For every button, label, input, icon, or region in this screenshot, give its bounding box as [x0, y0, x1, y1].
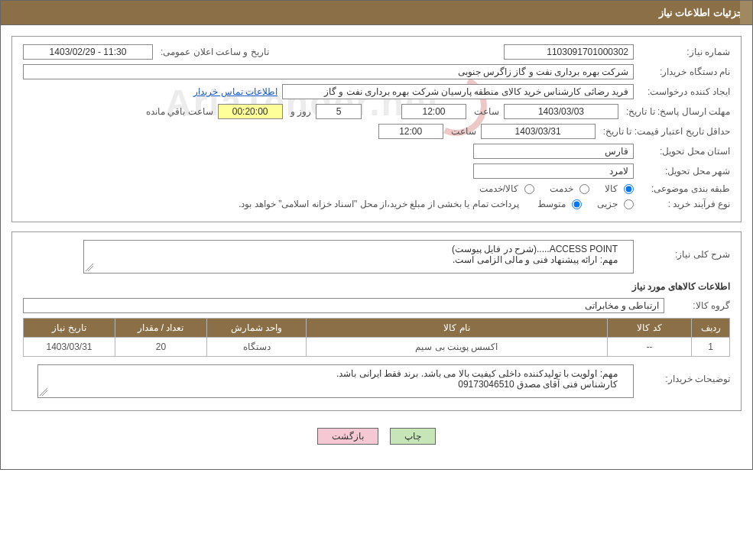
classification-opt-goods: کالا — [605, 183, 618, 194]
price-validity-label: حداقل تاریخ اعتبار قیمت: تا تاریخ: — [600, 126, 730, 137]
deadline-label: مهلت ارسال پاسخ: تا تاریخ: — [623, 106, 730, 117]
classification-opt-service: خدمت — [550, 183, 573, 194]
buyer-device-value: شرکت بهره برداری نفت و گاز زاگرس جنوبی — [23, 64, 634, 79]
items-panel: شرح کلی نیاز: ACCESS POINT.....(شرح در ف… — [11, 231, 742, 411]
th-qty: تعداد / مقدار — [115, 319, 207, 338]
table-header-row: ردیف کد کالا نام کالا واحد شمارش تعداد /… — [24, 319, 730, 338]
cell-unit: دستگاه — [207, 338, 307, 357]
panel-title: جزئیات اطلاعات نیاز — [659, 7, 743, 18]
classification-radio-service[interactable] — [579, 184, 589, 194]
classification-opt-both: کالا/خدمت — [479, 183, 518, 194]
province-value: فارس — [473, 144, 634, 159]
cell-idx: 1 — [692, 338, 730, 357]
city-label: شهر محل تحویل: — [638, 166, 730, 176]
goods-group-label: گروه کالا: — [669, 300, 730, 311]
deadline-days: 5 — [316, 104, 362, 119]
buyer-contact-link[interactable]: اطلاعات تماس خریدار — [193, 86, 278, 97]
classification-radio-both[interactable] — [524, 184, 534, 194]
cell-code: -- — [608, 338, 692, 357]
announce-value: 1403/02/29 - 11:30 — [23, 44, 153, 60]
print-button[interactable]: چاپ — [390, 428, 436, 445]
cell-item-name: اکسس پوینت بی سیم — [307, 338, 608, 357]
deadline-date: 1403/03/03 — [504, 104, 618, 119]
announce-label: تاریخ و ساعت اعلان عمومی: — [157, 47, 269, 57]
cell-date: 1403/03/31 — [24, 338, 115, 357]
items-section-title: اطلاعات کالاهای مورد نیاز — [23, 281, 730, 292]
items-table: ردیف کد کالا نام کالا واحد شمارش تعداد /… — [23, 318, 730, 357]
deadline-remaining: 00:20:00 — [218, 104, 283, 119]
requester-label: ایجاد کننده درخواست: — [638, 86, 730, 97]
deadline-remaining-label: ساعت باقي مانده — [143, 106, 213, 117]
purchase-type-radio-minor[interactable] — [624, 199, 634, 209]
goods-group-value: ارتباطی و مخابراتی — [23, 298, 664, 313]
need-number-value: 1103091701000302 — [504, 44, 634, 60]
panel-header: جزئیات اطلاعات نیاز — [1, 1, 752, 25]
price-validity-time: 12:00 — [378, 124, 443, 139]
price-validity-date: 1403/03/31 — [481, 124, 596, 139]
deadline-time-label: ساعت — [471, 106, 499, 117]
th-name: نام کالا — [307, 319, 608, 338]
deadline-days-label: روز و — [287, 106, 311, 117]
cell-qty: 20 — [115, 338, 207, 357]
need-number-label: شماره نیاز: — [638, 47, 730, 57]
buyer-device-label: نام دستگاه خریدار: — [638, 66, 730, 77]
requester-value: فرید رضائی کارشناس خرید کالای منطقه پارس… — [282, 84, 634, 99]
purchase-type-opt-minor: جزیی — [597, 199, 618, 209]
purchase-type-radio-medium[interactable] — [572, 199, 582, 209]
purchase-type-note: پرداخت تمام یا بخشی از مبلغ خرید،از محل … — [239, 199, 522, 209]
province-label: استان محل تحویل: — [638, 146, 730, 157]
general-desc-value: ACCESS POINT.....(شرح در فایل پیوست) مهم… — [83, 240, 634, 274]
classification-radio-goods[interactable] — [624, 184, 634, 194]
back-button[interactable]: بازگشت — [317, 428, 378, 445]
city-value: لامرد — [473, 163, 634, 179]
buyer-notes-value: مهم: اولویت با تولیدکننده داخلی کیفیت با… — [37, 364, 634, 398]
purchase-type-opt-medium: متوسط — [537, 199, 566, 209]
buyer-notes-label: توضیحات خریدار: — [638, 364, 730, 384]
price-validity-time-label: ساعت — [448, 126, 476, 137]
table-row: 1 -- اکسس پوینت بی سیم دستگاه 20 1403/03… — [24, 338, 730, 357]
deadline-time: 12:00 — [401, 104, 466, 119]
purchase-type-label: نوع فرآیند خرید : — [638, 199, 730, 209]
th-idx: ردیف — [692, 319, 730, 338]
th-code: کد کالا — [608, 319, 692, 338]
th-unit: واحد شمارش — [207, 319, 307, 338]
classification-label: طبقه بندی موضوعی: — [638, 183, 730, 194]
details-panel: AriaTender.net شماره نیاز: 1103091701000… — [11, 36, 742, 222]
button-row: چاپ بازگشت — [11, 420, 742, 458]
general-desc-label: شرح کلی نیاز: — [638, 240, 730, 260]
th-date: تاریخ نیاز — [24, 319, 115, 338]
